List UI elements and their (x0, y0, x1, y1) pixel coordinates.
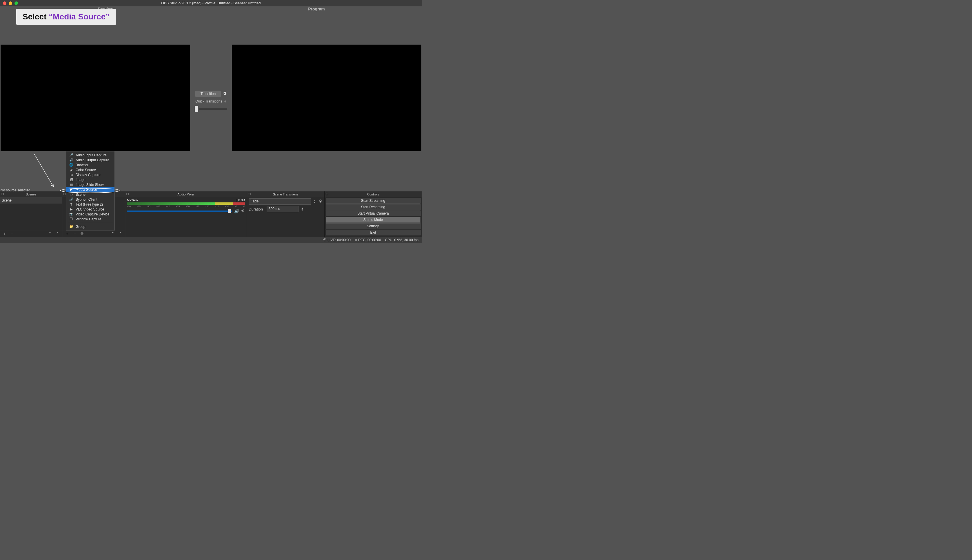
play-icon: ▶ (69, 188, 73, 192)
menu-item-audio-output-capture[interactable]: 🔊Audio Output Capture (66, 158, 114, 162)
popout-icon[interactable]: ❐ (64, 193, 66, 196)
annotation-highlight: “Media Source” (49, 12, 110, 21)
program-label: Program (211, 7, 422, 12)
menu-item-label: Browser (75, 163, 89, 167)
titlebar: OBS Studio 26.1.2 (mac) - Profile: Untit… (0, 0, 422, 7)
statusbar: LIVE: 00:00:00 REC: 00:00:00 CPU: 0.9%, … (0, 237, 422, 243)
menu-item-label: Color Source (75, 168, 96, 172)
menu-item-label: Group (75, 225, 85, 229)
transition-settings-icon[interactable] (223, 92, 227, 97)
preview-video[interactable] (1, 45, 190, 151)
add-quick-transition-icon[interactable]: + (224, 99, 226, 104)
mic-icon: 🎤 (69, 153, 73, 157)
svg-point-3 (320, 201, 321, 202)
docks-row: ❐ Scenes Scene + − ˄ ˅ ❐ Sources + − ˄ (0, 192, 422, 237)
scene-item[interactable]: Scene (0, 197, 62, 203)
mute-icon[interactable]: 🔊 (234, 209, 239, 213)
close-window-button[interactable] (3, 2, 7, 5)
menu-item-scene[interactable]: ▭Scene (66, 192, 114, 197)
annotation-callout: Select “Media Source” (16, 9, 116, 25)
mixer-track-name: Mic/Aux (127, 198, 138, 202)
menu-item-video-capture-device[interactable]: 📷Video Capture Device (66, 212, 114, 217)
track-settings-icon[interactable] (241, 208, 245, 213)
menu-item-label: Window Capture (75, 217, 101, 221)
menu-item-label: Display Capture (75, 173, 100, 177)
menu-item-text-freetype-2-[interactable]: TText (FreeType 2) (66, 202, 114, 207)
popout-icon[interactable]: ❐ (126, 193, 129, 196)
menu-item-media-source[interactable]: ▶Media Source (66, 187, 114, 192)
popout-icon[interactable]: ❐ (248, 193, 251, 196)
control-button-exit[interactable]: Exit (326, 230, 420, 235)
transition-settings-icon[interactable] (318, 199, 323, 204)
minimize-window-button[interactable] (9, 2, 12, 5)
speaker-icon: 🔊 (69, 158, 73, 162)
menu-item-label: Audio Output Capture (75, 158, 109, 162)
transition-select[interactable]: Fade (249, 198, 311, 205)
window-icon: ❐ (69, 217, 73, 221)
menu-item-label: Image Slide Show (75, 183, 104, 187)
window-title: OBS Studio 26.1.2 (mac) - Profile: Untit… (161, 1, 261, 5)
menu-item-image-slide-show[interactable]: ▤Image Slide Show (66, 182, 114, 187)
controls-dock: ❐ Controls Start StreamingStart Recordin… (325, 192, 422, 237)
menu-item-label: Scene (75, 193, 85, 197)
menu-item-label: VLC Video Source (75, 207, 104, 212)
transition-button[interactable]: Transition (195, 91, 221, 97)
move-scene-down-button[interactable]: ˅ (54, 231, 61, 237)
move-source-up-button[interactable]: ˄ (109, 231, 116, 237)
controls-title: Controls (367, 193, 379, 196)
menu-item-label: Audio Input Capture (75, 153, 107, 157)
menu-item-label: Media Source (75, 188, 97, 192)
menu-item-display-capture[interactable]: 🖥Display Capture (66, 172, 114, 177)
transitions-dock: ❐ Scene Transitions Fade ▲▼ Duration 300… (247, 192, 325, 237)
move-source-down-button[interactable]: ˅ (117, 231, 124, 237)
quick-transitions-label: Quick Transitions (195, 99, 222, 103)
program-video (232, 45, 422, 151)
scenes-title: Scenes (26, 193, 37, 196)
source-settings-button[interactable] (79, 231, 85, 237)
folder-icon: 📁 (69, 225, 73, 228)
broadcast-icon (323, 238, 326, 241)
menu-item-browser[interactable]: 🌐Browser (66, 162, 114, 167)
add-source-button[interactable]: + (64, 231, 70, 237)
remove-scene-button[interactable]: − (9, 231, 16, 237)
menu-item-window-capture[interactable]: ❐Window Capture (66, 217, 114, 222)
mixer-title: Audio Mixer (177, 193, 194, 196)
transition-select-stepper[interactable]: ▲▼ (313, 200, 317, 203)
duration-stepper[interactable]: ▲▼ (300, 207, 304, 211)
zoom-window-button[interactable] (15, 2, 18, 5)
menu-item-image[interactable]: 🖼Image (66, 177, 114, 182)
popout-icon[interactable]: ❐ (1, 193, 4, 196)
volume-slider[interactable] (127, 210, 233, 212)
menu-separator (68, 223, 113, 223)
remove-source-button[interactable]: − (71, 231, 78, 237)
text-icon: T (69, 203, 73, 206)
menu-item-label: Image (75, 178, 85, 182)
svg-point-2 (242, 210, 243, 211)
tbar-slider[interactable] (195, 106, 227, 112)
control-button-start-streaming[interactable]: Start Streaming (326, 198, 420, 203)
cpu-status: CPU: 0.9%, 30.00 fps (385, 238, 418, 242)
menu-item-group[interactable]: 📁Group (66, 224, 114, 229)
svg-point-1 (82, 233, 83, 234)
menu-item-vlc-video-source[interactable]: ▶VLC Video Source (66, 207, 114, 212)
popout-icon[interactable]: ❐ (326, 193, 328, 196)
program-pane[interactable] (231, 12, 422, 191)
traffic-lights (0, 2, 18, 5)
menu-item-audio-input-capture[interactable]: 🎤Audio Input Capture (66, 153, 114, 158)
add-scene-button[interactable]: + (1, 231, 8, 237)
meter-ticks: -60-55-50-45-40-35-30-25-20-15-10-50 (127, 205, 245, 208)
move-scene-up-button[interactable]: ˄ (46, 231, 54, 237)
transition-column: Transition Quick Transitions + (191, 12, 231, 191)
menu-item-label: Text (FreeType 2) (75, 202, 103, 207)
control-button-start-virtual-camera[interactable]: Start Virtual Camera (326, 210, 420, 216)
menu-item-label: Syphon Client (75, 197, 97, 202)
menu-item-color-source[interactable]: 🖌Color Source (66, 167, 114, 172)
link-icon: 🔗 (69, 197, 73, 201)
audio-mixer-dock: ❐ Audio Mixer Mic/Aux 0.0 dB -60-55-50-4… (125, 192, 247, 237)
scene-icon: ▭ (69, 193, 73, 196)
menu-item-syphon-client[interactable]: 🔗Syphon Client (66, 197, 114, 202)
control-button-start-recording[interactable]: Start Recording (326, 204, 420, 210)
control-button-studio-mode[interactable]: Studio Mode (326, 217, 420, 223)
control-button-settings[interactable]: Settings (326, 223, 420, 229)
duration-input[interactable]: 300 ms (267, 206, 298, 212)
